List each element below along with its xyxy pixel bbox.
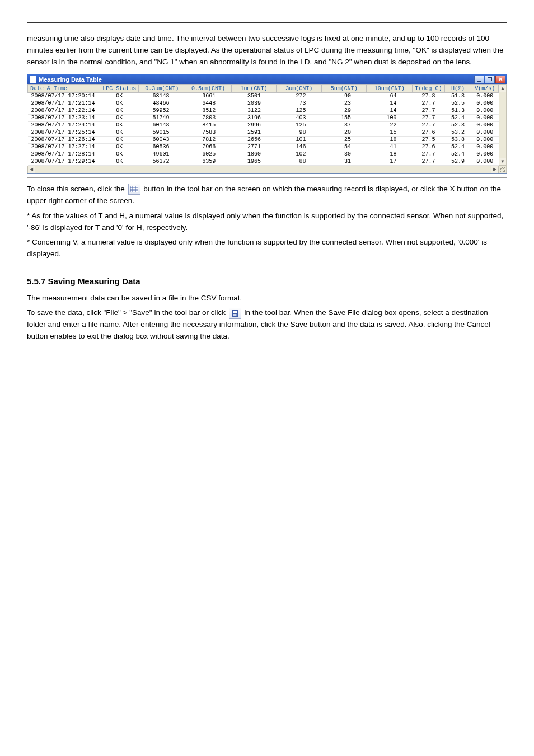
cell-humidity: 52.4 [444, 143, 471, 151]
col-header[interactable]: V(m/s) [471, 84, 499, 92]
table-row[interactable]: 2008/07/17 17:24:14OK6014884152996125372… [28, 121, 507, 129]
note-v: * Concerning V, a numeral value is displ… [27, 237, 507, 260]
table-row[interactable]: 2008/07/17 17:20:14OK6314896613501272906… [28, 92, 507, 100]
scroll-track[interactable] [499, 92, 506, 158]
cell-03um: 60043 [139, 136, 185, 143]
close-instruction-prefix: To close this screen, click the [27, 185, 127, 193]
cell-datetime: 2008/07/17 17:20:14 [28, 92, 100, 100]
col-header[interactable]: 0.3um(CNT) [139, 84, 185, 92]
cell-temp: 27.7 [413, 121, 445, 129]
cell-5um: 23 [321, 100, 367, 107]
cell-velocity: 0.000 [471, 129, 499, 136]
close-instruction-paragraph: To close this screen, click the button i… [27, 184, 507, 207]
cell-velocity: 0.000 [471, 114, 499, 121]
cell-05um: 7812 [185, 136, 232, 143]
cell-10um: 18 [367, 136, 413, 143]
cell-05um: 8512 [185, 107, 232, 114]
table-row[interactable]: 2008/07/17 17:21:14OK4846664482039732314… [28, 100, 507, 107]
cell-velocity: 0.000 [471, 151, 499, 158]
cell-status: OK [100, 151, 139, 158]
table-row[interactable]: 2008/07/17 17:23:14OK5174978033196403155… [28, 114, 507, 121]
cell-humidity: 53.8 [444, 136, 471, 143]
cell-temp: 27.6 [413, 143, 445, 151]
table-row[interactable]: 2008/07/17 17:28:14OK4960160251860102301… [28, 151, 507, 158]
col-header[interactable]: T(deg C) [413, 84, 445, 92]
cell-1um: 2656 [231, 136, 277, 143]
cell-5um: 54 [321, 143, 367, 151]
svg-rect-7 [233, 311, 237, 313]
cell-3um: 146 [277, 143, 322, 151]
cell-humidity: 52.4 [444, 114, 471, 121]
cell-1um: 2996 [231, 121, 277, 129]
table-row[interactable]: 2008/07/17 17:22:14OK5995285123122125291… [28, 107, 507, 114]
cell-status: OK [100, 158, 139, 165]
cell-5um: 20 [321, 129, 367, 136]
cell-status: OK [100, 100, 139, 107]
cell-temp: 27.8 [413, 92, 445, 100]
table-row[interactable]: 2008/07/17 17:29:14OK5617263591965883117… [28, 158, 507, 165]
cell-datetime: 2008/07/17 17:29:14 [28, 158, 100, 165]
save-body-2: To save the data, click "File" > "Save" … [27, 307, 507, 342]
cell-10um: 22 [367, 121, 413, 129]
cell-status: OK [100, 92, 139, 100]
cell-1um: 1965 [231, 158, 277, 165]
table-container: Date & Time LPC Status 0.3um(CNT) 0.5um(… [27, 84, 507, 173]
cell-5um: 37 [321, 121, 367, 129]
cell-1um: 2771 [231, 143, 277, 151]
scroll-left-arrow[interactable]: ◀ [28, 166, 35, 173]
scroll-right-arrow[interactable]: ▶ [491, 166, 498, 173]
minimize-button[interactable] [474, 76, 484, 83]
col-header[interactable]: H(%) [444, 84, 471, 92]
cell-velocity: 0.000 [471, 158, 499, 165]
table-header-row: Date & Time LPC Status 0.3um(CNT) 0.5um(… [28, 84, 507, 92]
window-title: Measuring Data Table [39, 76, 474, 83]
col-header[interactable]: 0.5um(CNT) [185, 84, 232, 92]
scroll-down-arrow[interactable]: ▼ [499, 158, 506, 165]
table-row[interactable]: 2008/07/17 17:25:14OK5901575832591982015… [28, 129, 507, 136]
cell-velocity: 0.000 [471, 143, 499, 151]
vertical-scrollbar[interactable]: ▲ ▼ [499, 84, 507, 166]
horizontal-scrollbar[interactable]: ◀ ▶ [27, 166, 499, 173]
table-row[interactable]: 2008/07/17 17:26:14OK6004378122656101251… [28, 136, 507, 143]
col-header[interactable]: 3um(CNT) [277, 84, 322, 92]
cell-temp: 27.6 [413, 129, 445, 136]
col-header[interactable]: 1um(CNT) [231, 84, 277, 92]
col-header[interactable]: LPC Status [100, 84, 139, 92]
cell-03um: 63148 [139, 92, 185, 100]
cell-3um: 98 [277, 129, 322, 136]
scroll-up-arrow[interactable]: ▲ [499, 85, 506, 92]
cell-3um: 403 [277, 114, 322, 121]
cell-3um: 88 [277, 158, 322, 165]
data-table: Date & Time LPC Status 0.3um(CNT) 0.5um(… [27, 84, 507, 166]
cell-1um: 3196 [231, 114, 277, 121]
cell-5um: 29 [321, 107, 367, 114]
table-row[interactable]: 2008/07/17 17:27:14OK6053679662771146544… [28, 143, 507, 151]
cell-datetime: 2008/07/17 17:23:14 [28, 114, 100, 121]
cell-05um: 9661 [185, 92, 232, 100]
close-button[interactable]: ✕ [495, 76, 505, 83]
col-header[interactable]: 5um(CNT) [321, 84, 367, 92]
resize-grip[interactable] [499, 166, 507, 173]
cell-humidity: 52.4 [444, 151, 471, 158]
cell-humidity: 51.3 [444, 92, 471, 100]
cell-5um: 155 [321, 114, 367, 121]
cell-3um: 125 [277, 121, 322, 129]
cell-5um: 90 [321, 92, 367, 100]
window-titlebar[interactable]: Measuring Data Table ✕ [27, 74, 507, 84]
scroll-track[interactable] [35, 166, 491, 173]
col-header[interactable]: 10um(CNT) [367, 84, 413, 92]
cell-temp: 27.7 [413, 107, 445, 114]
cell-10um: 15 [367, 129, 413, 136]
cell-10um: 41 [367, 143, 413, 151]
cell-humidity: 52.3 [444, 121, 471, 129]
cell-humidity: 53.2 [444, 129, 471, 136]
cell-status: OK [100, 107, 139, 114]
maximize-button[interactable] [485, 76, 495, 83]
window-app-icon [30, 76, 36, 83]
cell-temp: 27.5 [413, 136, 445, 143]
cell-status: OK [100, 114, 139, 121]
col-header[interactable]: Date & Time [28, 84, 100, 92]
intro-paragraph: measuring time also displays date and ti… [27, 33, 507, 68]
cell-status: OK [100, 121, 139, 129]
cell-velocity: 0.000 [471, 107, 499, 114]
